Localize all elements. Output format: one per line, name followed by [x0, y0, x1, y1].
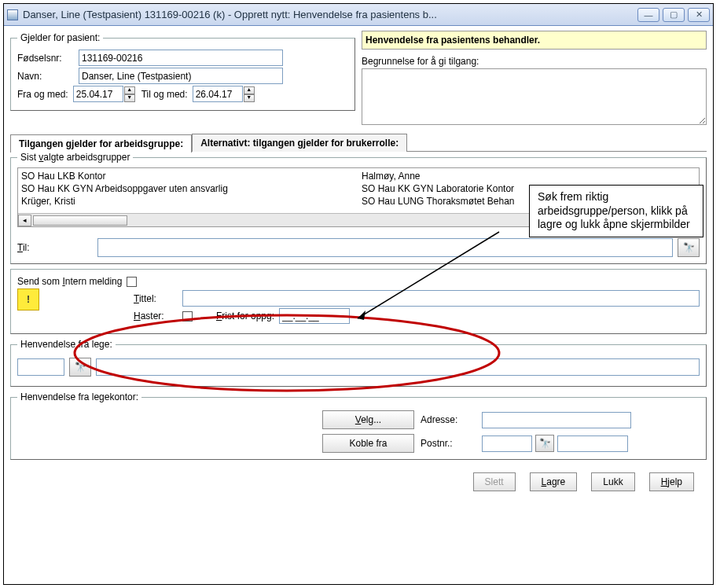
- button-row: Slett Lagre Lukk Hjelp: [10, 465, 707, 496]
- hjelp-button[interactable]: Hjelp: [649, 472, 694, 491]
- list-item[interactable]: SO Hau KK GYN Arbeidsoppgaver uten ansva…: [21, 182, 355, 195]
- list-item[interactable]: Krüger, Kristi: [21, 195, 355, 208]
- postnr-label: Postnr.:: [421, 438, 476, 449]
- message-options-group: Send som Intern melding ! Tittel: Haster…: [10, 269, 707, 334]
- recent-legend: Sist valgte arbeidsgrupper: [17, 152, 133, 163]
- patient-legend: Gjelder for pasient:: [17, 32, 103, 43]
- list-item[interactable]: Halmøy, Anne: [362, 170, 696, 182]
- patient-group: Gjelder for pasient: Fødselsnr: Navn: Fr…: [10, 32, 355, 111]
- reason-textarea[interactable]: [362, 68, 707, 125]
- client-area: Gjelder for pasient: Fødselsnr: Navn: Fr…: [4, 26, 713, 501]
- poststed-input[interactable]: [557, 435, 628, 452]
- close-button[interactable]: ✕: [688, 8, 710, 22]
- binocular-icon: 🔭: [683, 242, 695, 253]
- frist-input[interactable]: [279, 308, 350, 324]
- fodselsnr-label: Fødselsnr:: [17, 53, 74, 64]
- til-spin-up[interactable]: ▲: [244, 86, 255, 94]
- fra-spin-down[interactable]: ▼: [124, 94, 135, 102]
- titlebar: Danser, Line (Testpasient) 131169-00216 …: [4, 4, 713, 26]
- kontor-group: Henvendelse fra legekontor: Velg... Adre…: [10, 391, 707, 460]
- fra-input[interactable]: [73, 86, 123, 102]
- til-field-label: Til:: [17, 242, 88, 253]
- haster-label: Haster:: [134, 311, 178, 322]
- til-input[interactable]: [97, 238, 673, 257]
- lege-group: Henvendelse fra lege: 🔭: [10, 339, 707, 387]
- scroll-thumb[interactable]: [33, 215, 127, 226]
- adresse-label: Adresse:: [421, 414, 476, 425]
- tab-brukerrolle[interactable]: Alternativt: tilgangen gjelder for bruke…: [192, 134, 407, 152]
- fra-label: Fra og med:: [17, 89, 68, 100]
- tittel-label: Tittel:: [134, 293, 178, 304]
- slett-button[interactable]: Slett: [473, 472, 516, 491]
- til-spin-down[interactable]: ▼: [244, 94, 255, 102]
- lagre-button[interactable]: Lagre: [530, 472, 578, 491]
- annotation-callout: Søk frem riktig arbeidsgruppe/person, kl…: [529, 185, 703, 237]
- reason-label: Begrunnelse for å gi tilgang:: [362, 56, 707, 67]
- lukk-button[interactable]: Lukk: [591, 472, 634, 491]
- scroll-left-button[interactable]: ◂: [18, 215, 31, 226]
- window-frame: Danser, Line (Testpasient) 131169-00216 …: [3, 3, 714, 585]
- context-header: Henvendelse fra pasientens behandler.: [362, 31, 707, 50]
- search-button[interactable]: 🔭: [678, 238, 700, 257]
- fodselsnr-input[interactable]: [79, 50, 283, 66]
- send-intern-checkbox[interactable]: [127, 277, 137, 287]
- tab-arbeidsgruppe[interactable]: Tilgangen gjelder for arbeidsgruppe:: [10, 134, 192, 153]
- til-label: Til og med:: [141, 89, 188, 100]
- velg-button[interactable]: Velg...: [322, 410, 414, 429]
- navn-label: Navn:: [17, 71, 74, 82]
- lege-code-input[interactable]: [17, 358, 64, 376]
- note-icon[interactable]: !: [17, 288, 39, 311]
- tittel-input[interactable]: [182, 290, 700, 307]
- frist-label: Frist for oppg:: [216, 311, 274, 322]
- haster-checkbox[interactable]: [182, 311, 193, 322]
- navn-input[interactable]: [79, 68, 283, 84]
- binocular-icon: 🔭: [75, 362, 86, 373]
- kontor-legend: Henvendelse fra legekontor:: [17, 391, 141, 402]
- lege-search-button[interactable]: 🔭: [69, 358, 91, 377]
- adresse-input[interactable]: [482, 412, 631, 428]
- app-icon: [7, 9, 18, 20]
- postnr-search-button[interactable]: 🔭: [535, 435, 554, 452]
- lege-name-input[interactable]: [96, 358, 700, 376]
- fra-spin-up[interactable]: ▲: [124, 86, 135, 94]
- window-title: Danser, Line (Testpasient) 131169-00216 …: [23, 9, 637, 20]
- maximize-button[interactable]: ▢: [663, 8, 685, 22]
- tabbar: Tilgangen gjelder for arbeidsgruppe: Alt…: [10, 134, 707, 152]
- koble-fra-button[interactable]: Koble fra: [322, 434, 414, 453]
- binocular-icon: 🔭: [539, 438, 551, 449]
- list-item[interactable]: SO Hau LKB Kontor: [21, 170, 355, 182]
- til-input[interactable]: [193, 86, 243, 102]
- send-intern-label: Send som Intern melding: [17, 276, 122, 287]
- postnr-input[interactable]: [482, 435, 532, 452]
- minimize-button[interactable]: —: [637, 8, 659, 22]
- lege-legend: Henvendelse fra lege:: [17, 339, 116, 350]
